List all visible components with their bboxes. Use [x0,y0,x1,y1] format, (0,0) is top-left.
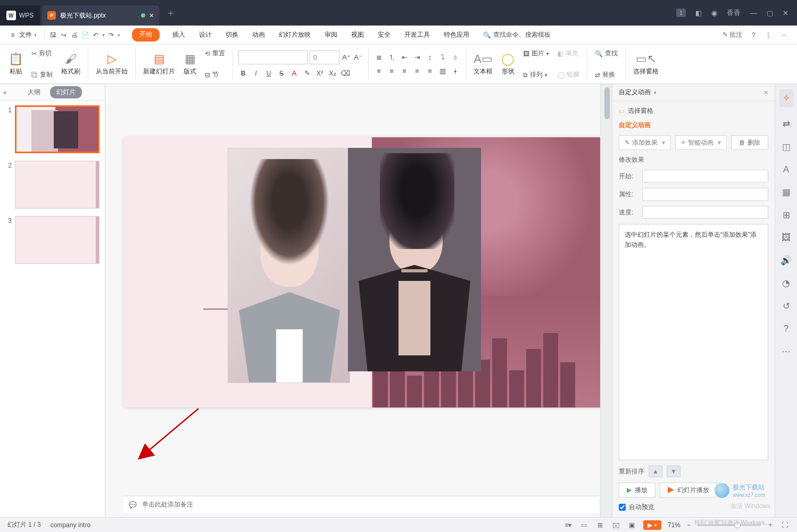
align-right-icon[interactable]: ≡ [400,66,409,76]
tab-special[interactable]: 特色应用 [443,28,470,41]
strike-icon[interactable]: S̶ [277,69,286,78]
smart-anim-button[interactable]: ✧智能动画▾ [675,135,727,150]
photo-left[interactable] [228,148,350,383]
tab-review[interactable]: 审阅 [323,28,338,41]
align-text-icon[interactable]: ⎀ [451,53,460,62]
move-down-button[interactable]: ▼ [667,466,680,477]
user-name[interactable]: 香香 [727,8,741,18]
outline-tab[interactable]: 大纲 [23,86,45,98]
underline-icon[interactable]: U [264,69,273,78]
side-object-icon[interactable]: ▦ [782,187,791,198]
numbering-icon[interactable]: ⒈ [387,53,396,62]
side-font-icon[interactable]: A [783,164,789,175]
clear-format-icon[interactable]: ⌫ [341,69,350,78]
side-design-icon[interactable]: ◫ [782,142,791,153]
sorter-view-icon[interactable]: ⊞ [595,520,605,530]
justify-icon[interactable]: ≡ [412,66,422,76]
help-icon[interactable]: ? [752,31,756,39]
reading-view-icon[interactable]: ▯▯ [611,520,621,530]
tab-design[interactable]: 设计 [198,28,213,41]
side-history-icon[interactable]: ↺ [783,301,790,312]
document-tab[interactable]: P 极光下载站.pptx × [42,5,159,26]
window-minimize-icon[interactable]: — [750,9,757,17]
move-up-button[interactable]: ▲ [649,466,662,477]
zoom-value[interactable]: 71% [668,521,680,529]
fit-window-icon[interactable]: ⛶ [780,520,790,530]
speed-select[interactable] [642,206,768,219]
select-pane-button[interactable]: ▭↖选择窗格 [629,47,663,81]
align-center-icon[interactable]: ≡ [387,66,396,76]
text-direction-icon[interactable]: ⤵ [438,53,447,62]
collapse-ribbon-icon[interactable]: ︿ [781,30,787,39]
theme-icon[interactable]: ◧ [695,9,702,17]
notes-bar[interactable]: 💬 单击此处添加备注 [123,496,599,513]
arrange-button[interactable]: ⧉排列▾ [521,69,551,80]
add-effect-button[interactable]: ✎添加效果▾ [619,135,671,150]
copy-button[interactable]: ⿻复制 [29,69,55,80]
photo-right[interactable] [348,148,481,371]
slideshow-view-icon[interactable]: ▣ [627,520,637,530]
auto-preview-checkbox[interactable]: 自动预览 [619,503,768,512]
from-current-button[interactable]: ▷从当前开始 [92,47,132,81]
window-close-icon[interactable]: ✕ [783,9,788,17]
scroll-thumb[interactable] [604,87,610,119]
font-name-combo[interactable] [238,51,308,64]
find-button[interactable]: 🔍查找 [593,48,620,59]
play-slideshow-button[interactable]: ▶▾ [643,520,661,530]
side-animation-icon[interactable]: ✧ [779,89,793,107]
new-slide-button[interactable]: ▤新建幻灯片 [139,47,179,81]
tab-home[interactable]: 开始 [132,28,160,41]
side-tools-icon[interactable]: ◔ [782,278,790,289]
font-color-icon[interactable]: A [289,69,299,78]
window-maximize-icon[interactable]: ▢ [767,9,773,17]
vertical-scrollbar[interactable] [600,84,612,517]
font-size-combo[interactable] [310,51,339,64]
side-more-icon[interactable]: ⋯ [782,346,791,357]
distribute-icon[interactable]: ≡ [425,66,435,76]
undo-icon[interactable]: ↶ [92,31,100,39]
side-audio-icon[interactable]: 🔊 [781,255,792,266]
line-spacing-icon[interactable]: ↕ [425,53,435,62]
tab-security[interactable]: 安全 [377,28,392,41]
close-tab-icon[interactable]: × [150,11,154,20]
app-menu-button[interactable]: ≡文件▾ [5,28,40,41]
bullets-icon[interactable]: ≣ [374,53,384,62]
select-pane-link[interactable]: ▭ 选择窗格 [619,106,768,115]
side-help-icon[interactable]: ? [784,323,788,334]
ribbon-options-icon[interactable]: ⋮ [765,31,771,39]
normal-view-icon[interactable]: ▭ [579,520,589,530]
indent-inc-icon[interactable]: ⇥ [412,53,422,62]
user-avatar-icon[interactable]: ◉ [711,9,717,17]
highlight-icon[interactable]: ✎ [302,69,312,78]
subscript-icon[interactable]: X₂ [328,69,337,78]
start-select[interactable] [642,170,768,182]
new-tab-button[interactable]: ＋ [162,4,179,21]
side-transition-icon[interactable]: ⇄ [783,119,790,130]
cut-button[interactable]: ✂剪切 [29,48,55,59]
property-select[interactable] [642,188,768,201]
align-left-icon[interactable]: ≡ [374,66,384,76]
vertical-align-icon[interactable]: ⍿ [451,66,460,76]
collapse-panel-icon[interactable]: « [3,89,7,96]
redo-icon[interactable]: ↷ [107,31,115,39]
tab-transition[interactable]: 切换 [225,28,239,41]
close-pane-icon[interactable]: × [764,88,768,97]
slides-tab[interactable]: 幻灯片 [50,86,82,98]
delete-effect-button[interactable]: 🗑删除 [731,135,768,150]
fill-button[interactable]: ◧填充 [555,48,582,59]
notification-badge[interactable]: 1 [676,9,686,17]
textbox-button[interactable]: A▭文本框 [469,47,497,81]
bold-icon[interactable]: B [238,69,248,78]
slide[interactable] [123,137,602,408]
comments-button[interactable]: ✎ 批注 [723,30,742,39]
increase-font-icon[interactable]: A⁺ [342,53,351,62]
shapes-button[interactable]: ◯形状 [497,47,519,81]
tab-slideshow[interactable]: 幻灯片放映 [278,28,312,41]
decrease-font-icon[interactable]: A⁻ [353,53,363,62]
section-button[interactable]: ⊟节 [203,69,227,80]
tab-insert[interactable]: 插入 [171,28,186,41]
columns-icon[interactable]: ▥ [438,66,447,76]
command-search[interactable]: 🔍 查找命令、搜索模板 [483,30,551,39]
tab-view[interactable]: 视图 [350,28,365,41]
slideshow-button[interactable]: 幻灯片播放 [660,483,717,497]
